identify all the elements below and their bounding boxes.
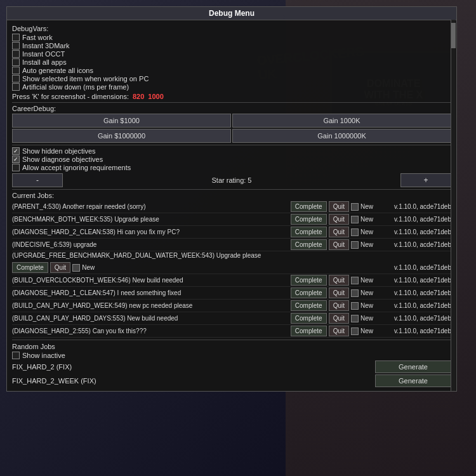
job-2-complete-button[interactable]: Complete (291, 214, 327, 225)
artificial-slow-down-row: Artificial slow down (ms per frame) (12, 83, 451, 91)
gain-1000000k-button[interactable]: Gain 1000000K (232, 129, 451, 143)
fast-work-checkbox[interactable] (12, 34, 20, 41)
job-row-5: (UPGRADE_FREE_BENCHMARK_HARD_DUAL_WATER_… (12, 251, 451, 274)
job-1-new-label: New (360, 203, 373, 210)
install-all-apps-label: Install all apps (22, 58, 67, 66)
job-7-complete-button[interactable]: Complete (291, 288, 327, 298)
job-8-new-checkbox[interactable] (351, 302, 359, 310)
job-2-quit-button[interactable]: Quit (329, 214, 349, 225)
title-bar: Debug Menu (7, 7, 456, 20)
job-5-quit-button[interactable]: Quit (50, 262, 70, 273)
fix-hard-2-fix-label: FIX_HARD_2 (FIX) (12, 363, 373, 371)
debug-vars-label: DebugVars: (12, 25, 451, 32)
job-8-new-label: New (360, 302, 373, 309)
job-10-complete-button[interactable]: Complete (291, 326, 327, 336)
job-row-2: (BENCHMARK_BOTH_WEEK:535) Upgrade please… (12, 213, 451, 226)
job-row-7: (DIAGNOSE_HARD_1_CLEAN:547) I need somet… (12, 287, 451, 300)
job-1-quit-button[interactable]: Quit (329, 201, 349, 212)
gain-1000000-button[interactable]: Gain $1000000 (12, 129, 231, 143)
gain-1000k-button[interactable]: Gain 1000K (232, 114, 451, 128)
job-row-10: (DIAGNOSE_HARD_2:555) Can you fix this??… (12, 325, 451, 338)
show-inactive-checkbox[interactable] (12, 352, 20, 359)
career-debug-label: CareerDebug: (12, 105, 56, 112)
fix-hard-2-week-fix-generate-button[interactable]: Generate (375, 374, 451, 387)
job-3-version: v.1.10.0, acde71deb (375, 228, 451, 235)
allow-accept-row: Allow accept ignoring requirements (12, 164, 451, 171)
auto-generate-icons-row: Auto generate all icons (12, 67, 451, 74)
job-9-new-checkbox[interactable] (351, 315, 359, 322)
job-2-version: v.1.10.0, acde71deb (375, 216, 451, 223)
job-10-quit-button[interactable]: Quit (329, 326, 349, 336)
divider-1 (12, 102, 451, 103)
star-plus-button[interactable]: + (400, 173, 451, 187)
job-5-new-checkbox[interactable] (72, 264, 80, 272)
job-1-version: v.1.10.0, acde71deb (375, 203, 451, 210)
show-selected-item-checkbox[interactable] (12, 75, 20, 83)
job-9-complete-button[interactable]: Complete (291, 313, 327, 324)
job-9-text: (BUILD_CAN_PLAY_HARD_DAYS:553) New build… (12, 315, 289, 322)
job-7-version: v.1.10.0, acde71deb (375, 289, 451, 296)
install-all-apps-checkbox[interactable] (12, 58, 20, 66)
screenshot-label: Press 'K' for screenshot - dimensions: (12, 93, 129, 100)
job-7-new-checkbox[interactable] (351, 289, 359, 297)
job-6-quit-button[interactable]: Quit (329, 275, 349, 286)
job-row-3: (DIAGNOSE_HARD_2_CLEAN:538) Hi can you f… (12, 226, 451, 239)
job-row-6: (BUILD_OVERCLOCKBOTH_WEEK:546) New build… (12, 274, 451, 287)
job-2-new-checkbox[interactable] (351, 216, 359, 223)
screenshot-dims-row: Press 'K' for screenshot - dimensions: 8… (12, 93, 451, 100)
instant-3dmark-checkbox[interactable] (12, 42, 20, 50)
job-4-version: v.1.10.0, acde71deb (375, 241, 451, 248)
job-5-actions: Complete Quit New v.1.10.0, acde71deb (12, 262, 451, 273)
job-10-new-checkbox[interactable] (351, 327, 359, 335)
show-hidden-objectives-row: ✓ Show hidden objectives (12, 147, 451, 155)
job-6-complete-button[interactable]: Complete (291, 275, 327, 286)
job-9-quit-button[interactable]: Quit (329, 313, 349, 324)
gain-1000-button[interactable]: Gain $1000 (12, 114, 231, 128)
job-4-quit-button[interactable]: Quit (329, 239, 349, 250)
job-7-quit-button[interactable]: Quit (329, 288, 349, 298)
job-5-version: v.1.10.0, acde71deb (394, 264, 451, 271)
show-diagnose-objectives-label: Show diagnose objectives (22, 155, 103, 163)
job-4-text: (INDECISIVE_6:539) upgrade (12, 241, 289, 248)
show-diagnose-objectives-checkbox[interactable]: ✓ (12, 155, 20, 163)
job-8-text: (BUILD_CAN_PLAY_HARD_WEEK:549) new pc ne… (12, 302, 289, 309)
debug-window: Debug Menu DebugVars: Fast work Instant … (6, 6, 457, 392)
fix-hard-2-fix-generate-button[interactable]: Generate (375, 360, 451, 373)
job-8-version: v.1.10.0, acde71deb (375, 302, 451, 309)
job-4-new-label: New (360, 241, 373, 248)
job-6-new-checkbox[interactable] (351, 277, 359, 284)
artificial-slow-down-label: Artificial slow down (ms per frame) (22, 83, 129, 91)
star-rating-label: Star rating: 5 (65, 176, 398, 184)
job-9-version: v.1.10.0, acde71deb (375, 315, 451, 322)
divider-2 (12, 145, 451, 145)
job-1-complete-button[interactable]: Complete (291, 201, 327, 212)
job-5-complete-button[interactable]: Complete (12, 262, 48, 273)
job-8-quit-button[interactable]: Quit (329, 300, 349, 311)
instant-3dmark-row: Instant 3DMark (12, 42, 451, 50)
job-9-new-label: New (360, 315, 373, 322)
job-10-new-label: New (360, 327, 373, 334)
job-2-text: (BENCHMARK_BOTH_WEEK:535) Upgrade please (12, 216, 289, 223)
job-3-new-label: New (360, 228, 373, 235)
show-hidden-objectives-checkbox[interactable]: ✓ (12, 147, 20, 155)
auto-generate-icons-checkbox[interactable] (12, 67, 20, 74)
job-3-quit-button[interactable]: Quit (329, 227, 349, 237)
artificial-slow-down-checkbox[interactable] (12, 83, 20, 91)
random-jobs-label: Random Jobs (12, 343, 451, 350)
job-4-new-checkbox[interactable] (351, 241, 359, 249)
allow-accept-checkbox[interactable] (12, 164, 20, 171)
instant-occt-checkbox[interactable] (12, 50, 20, 58)
scrollbar-thumb[interactable] (451, 23, 456, 48)
job-8-complete-button[interactable]: Complete (291, 300, 327, 311)
divider-3 (12, 189, 451, 190)
job-4-complete-button[interactable]: Complete (291, 239, 327, 250)
star-minus-button[interactable]: - (12, 173, 63, 187)
job-2-new-label: New (360, 216, 373, 223)
job-row-4: (INDECISIVE_6:539) upgrade Complete Quit… (12, 239, 451, 251)
scrollbar-track[interactable] (451, 20, 456, 391)
show-diagnose-objectives-row: ✓ Show diagnose objectives (12, 155, 451, 163)
job-3-new-checkbox[interactable] (351, 228, 359, 236)
job-1-new-checkbox[interactable] (351, 203, 359, 211)
job-7-new-label: New (360, 289, 373, 296)
job-3-complete-button[interactable]: Complete (291, 227, 327, 237)
